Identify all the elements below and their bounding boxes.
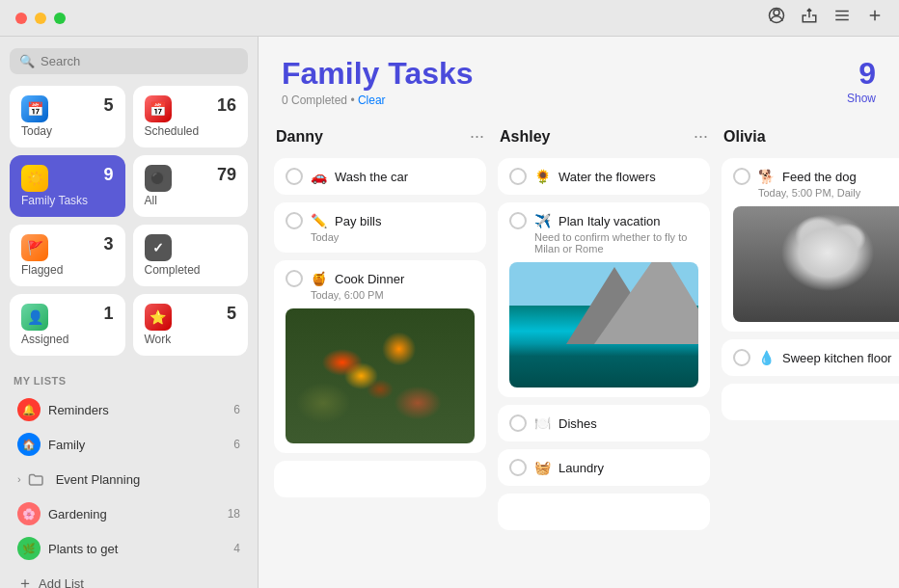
- wash-car-emoji: 🚗: [311, 169, 327, 184]
- smart-lists: 📅 5 Today 📅 16 Scheduled ☀️ 9 Family: [10, 86, 248, 356]
- add-icon[interactable]: [866, 7, 884, 29]
- ashley-empty-card[interactable]: [498, 494, 710, 530]
- task-circle[interactable]: [286, 212, 303, 229]
- sidebar-item-plants[interactable]: 🌿 Plants to get 4: [10, 531, 248, 566]
- pay-bills-title: Pay bills: [335, 214, 381, 228]
- pay-bills-sub: Today: [286, 231, 475, 243]
- traffic-lights: [15, 13, 66, 24]
- sidebar-item-event-planning[interactable]: › Event Planning: [10, 462, 248, 496]
- list-icon[interactable]: [833, 7, 851, 29]
- sweep-title: Sweep kitchen floor: [782, 351, 891, 365]
- sidebar-item-today[interactable]: 📅 5 Today: [10, 86, 125, 147]
- count-show: 9 Show: [847, 56, 876, 105]
- ashley-title: Ashley: [500, 128, 550, 146]
- subtitle: 0 Completed • Clear: [282, 94, 474, 107]
- person-circle-icon[interactable]: [768, 7, 785, 29]
- cook-dinner-image: [286, 308, 475, 443]
- clear-link[interactable]: Clear: [358, 94, 386, 107]
- plants-count: 4: [233, 542, 240, 555]
- sidebar-item-family-tasks[interactable]: ☀️ 9 Family Tasks: [10, 155, 125, 217]
- scheduled-count: 16: [217, 95, 236, 116]
- plants-label: Plants to get: [48, 542, 118, 556]
- task-circle[interactable]: [509, 168, 527, 185]
- scheduled-icon: 📅: [145, 95, 172, 122]
- task-laundry[interactable]: 🧺 Laundry: [498, 449, 710, 486]
- minimize-button[interactable]: [35, 13, 46, 24]
- task-circle[interactable]: [733, 168, 750, 185]
- sidebar-item-all[interactable]: ⚫ 79 All: [133, 155, 249, 217]
- my-lists-label: My Lists: [14, 375, 244, 387]
- sidebar-item-scheduled[interactable]: 📅 16 Scheduled: [133, 86, 249, 147]
- assigned-count: 1: [103, 304, 113, 324]
- column-olivia: Olivia ··· 🐕 Feed the dog Today, 5:00 PM…: [722, 122, 899, 573]
- sidebar-item-work[interactable]: ⭐ 5 Work: [133, 294, 249, 356]
- task-feed-dog[interactable]: 🐕 Feed the dog Today, 5:00 PM, Daily: [722, 158, 899, 332]
- feed-dog-sub: Today, 5:00 PM, Daily: [733, 187, 899, 199]
- reminders-icon: 🔔: [17, 398, 41, 421]
- task-dishes[interactable]: 🍽️ Dishes: [498, 405, 710, 441]
- search-input[interactable]: [41, 54, 238, 68]
- pay-bills-emoji: ✏️: [311, 213, 327, 228]
- task-circle[interactable]: [286, 168, 303, 185]
- family-tasks-label: Family Tasks: [21, 194, 114, 207]
- share-icon[interactable]: [801, 7, 818, 29]
- family-icon: 🏠: [17, 433, 41, 456]
- task-circle[interactable]: [733, 349, 750, 366]
- feed-dog-image: [733, 206, 899, 322]
- close-button[interactable]: [15, 13, 27, 24]
- assigned-label: Assigned: [21, 333, 114, 346]
- sidebar-item-assigned[interactable]: 👤 1 Assigned: [10, 294, 125, 356]
- danny-more-icon[interactable]: ···: [470, 126, 484, 147]
- sidebar-item-flagged[interactable]: 🚩 3 Flagged: [10, 225, 125, 286]
- add-list-button[interactable]: ＋ Add List: [10, 566, 248, 588]
- flagged-count: 3: [103, 234, 113, 254]
- search-bar[interactable]: 🔍: [10, 48, 248, 74]
- task-circle[interactable]: [509, 212, 527, 229]
- plants-icon: 🌿: [17, 537, 41, 560]
- wash-car-title: Wash the car: [335, 170, 408, 184]
- completed-label: Completed: [145, 263, 237, 277]
- task-wash-car[interactable]: 🚗 Wash the car: [274, 158, 486, 195]
- task-water-flowers[interactable]: 🌻 Water the flowers: [498, 158, 710, 195]
- family-tasks-count: 9: [103, 165, 113, 185]
- work-icon: ⭐: [145, 304, 172, 331]
- search-icon: 🔍: [19, 54, 35, 68]
- reminders-label: Reminders: [48, 403, 109, 417]
- event-planning-label: Event Planning: [56, 472, 140, 487]
- sidebar: 🔍 📅 5 Today 📅 16 Scheduled: [0, 37, 259, 588]
- task-pay-bills[interactable]: ✏️ Pay bills Today: [274, 202, 486, 253]
- sidebar-item-family[interactable]: 🏠 Family 6: [10, 427, 248, 462]
- plan-italy-emoji: ✈️: [534, 213, 551, 228]
- all-icon: ⚫: [145, 165, 172, 192]
- task-plan-italy[interactable]: ✈️ Plan Italy vacation Need to confirm w…: [498, 202, 710, 397]
- add-list-icon: ＋: [17, 574, 33, 588]
- danny-empty-card[interactable]: [274, 461, 486, 497]
- task-circle[interactable]: [509, 414, 527, 432]
- sidebar-item-reminders[interactable]: 🔔 Reminders 6: [10, 392, 248, 427]
- danny-title: Danny: [276, 128, 323, 146]
- feed-dog-emoji: 🐕: [758, 169, 775, 184]
- olivia-empty-card[interactable]: [722, 384, 899, 420]
- sidebar-item-gardening[interactable]: 🌸 Gardening 18: [10, 496, 248, 531]
- work-label: Work: [145, 333, 237, 346]
- today-count: 5: [103, 95, 113, 116]
- task-circle[interactable]: [286, 270, 303, 287]
- show-button[interactable]: Show: [847, 92, 876, 105]
- chevron-right-icon: ›: [17, 473, 21, 485]
- fullscreen-button[interactable]: [54, 13, 66, 24]
- laundry-emoji: 🧺: [534, 460, 551, 475]
- svg-point-0: [774, 10, 779, 15]
- task-sweep-kitchen[interactable]: 💧 Sweep kitchen floor: [722, 339, 899, 376]
- feed-dog-title: Feed the dog: [782, 170, 857, 184]
- task-circle[interactable]: [509, 459, 527, 476]
- ashley-more-icon[interactable]: ···: [694, 126, 708, 147]
- column-danny: Danny ··· 🚗 Wash the car ✏️ Pay bills: [274, 122, 486, 573]
- flagged-icon: 🚩: [21, 234, 48, 261]
- sidebar-item-completed[interactable]: ✓ Completed: [133, 225, 249, 286]
- plan-italy-sub: Need to confirm whether to fly to Milan …: [509, 231, 698, 254]
- today-icon: 📅: [21, 95, 48, 122]
- main-content: Family Tasks 0 Completed • Clear 9 Show …: [259, 37, 899, 588]
- gardening-label: Gardening: [48, 507, 107, 521]
- task-cook-dinner[interactable]: 🍯 Cook Dinner Today, 6:00 PM: [274, 260, 486, 453]
- cook-dinner-title: Cook Dinner: [335, 272, 404, 286]
